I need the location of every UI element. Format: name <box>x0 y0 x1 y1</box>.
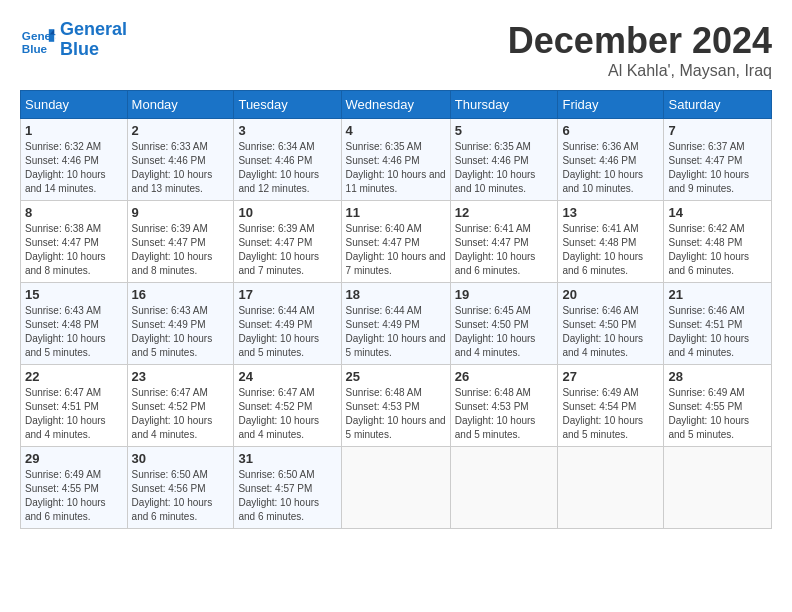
calendar-cell: 22Sunrise: 6:47 AM Sunset: 4:51 PM Dayli… <box>21 365 128 447</box>
calendar-cell: 1Sunrise: 6:32 AM Sunset: 4:46 PM Daylig… <box>21 119 128 201</box>
day-info: Sunrise: 6:42 AM Sunset: 4:48 PM Dayligh… <box>668 222 767 278</box>
calendar-cell <box>341 447 450 529</box>
calendar-cell: 27Sunrise: 6:49 AM Sunset: 4:54 PM Dayli… <box>558 365 664 447</box>
week-row-3: 22Sunrise: 6:47 AM Sunset: 4:51 PM Dayli… <box>21 365 772 447</box>
day-number: 8 <box>25 205 123 220</box>
calendar-cell: 16Sunrise: 6:43 AM Sunset: 4:49 PM Dayli… <box>127 283 234 365</box>
day-header-wednesday: Wednesday <box>341 91 450 119</box>
calendar-cell: 2Sunrise: 6:33 AM Sunset: 4:46 PM Daylig… <box>127 119 234 201</box>
day-info: Sunrise: 6:35 AM Sunset: 4:46 PM Dayligh… <box>455 140 554 196</box>
day-info: Sunrise: 6:47 AM Sunset: 4:52 PM Dayligh… <box>132 386 230 442</box>
day-info: Sunrise: 6:39 AM Sunset: 4:47 PM Dayligh… <box>238 222 336 278</box>
svg-text:Blue: Blue <box>22 41 48 54</box>
calendar-cell: 30Sunrise: 6:50 AM Sunset: 4:56 PM Dayli… <box>127 447 234 529</box>
day-info: Sunrise: 6:48 AM Sunset: 4:53 PM Dayligh… <box>455 386 554 442</box>
calendar-cell: 13Sunrise: 6:41 AM Sunset: 4:48 PM Dayli… <box>558 201 664 283</box>
day-info: Sunrise: 6:48 AM Sunset: 4:53 PM Dayligh… <box>346 386 446 442</box>
day-number: 15 <box>25 287 123 302</box>
day-info: Sunrise: 6:43 AM Sunset: 4:49 PM Dayligh… <box>132 304 230 360</box>
day-number: 12 <box>455 205 554 220</box>
day-info: Sunrise: 6:32 AM Sunset: 4:46 PM Dayligh… <box>25 140 123 196</box>
calendar-cell: 7Sunrise: 6:37 AM Sunset: 4:47 PM Daylig… <box>664 119 772 201</box>
calendar-cell: 28Sunrise: 6:49 AM Sunset: 4:55 PM Dayli… <box>664 365 772 447</box>
calendar-cell: 8Sunrise: 6:38 AM Sunset: 4:47 PM Daylig… <box>21 201 128 283</box>
calendar-cell: 3Sunrise: 6:34 AM Sunset: 4:46 PM Daylig… <box>234 119 341 201</box>
day-header-monday: Monday <box>127 91 234 119</box>
calendar-cell: 20Sunrise: 6:46 AM Sunset: 4:50 PM Dayli… <box>558 283 664 365</box>
calendar-cell <box>450 447 558 529</box>
calendar-cell: 12Sunrise: 6:41 AM Sunset: 4:47 PM Dayli… <box>450 201 558 283</box>
day-info: Sunrise: 6:34 AM Sunset: 4:46 PM Dayligh… <box>238 140 336 196</box>
day-number: 31 <box>238 451 336 466</box>
day-number: 2 <box>132 123 230 138</box>
day-header-friday: Friday <box>558 91 664 119</box>
header-row: SundayMondayTuesdayWednesdayThursdayFrid… <box>21 91 772 119</box>
calendar-cell: 24Sunrise: 6:47 AM Sunset: 4:52 PM Dayli… <box>234 365 341 447</box>
calendar-cell: 14Sunrise: 6:42 AM Sunset: 4:48 PM Dayli… <box>664 201 772 283</box>
month-title: December 2024 <box>508 20 772 62</box>
day-number: 27 <box>562 369 659 384</box>
day-info: Sunrise: 6:47 AM Sunset: 4:52 PM Dayligh… <box>238 386 336 442</box>
day-number: 17 <box>238 287 336 302</box>
day-number: 19 <box>455 287 554 302</box>
day-number: 28 <box>668 369 767 384</box>
day-info: Sunrise: 6:43 AM Sunset: 4:48 PM Dayligh… <box>25 304 123 360</box>
calendar-cell: 26Sunrise: 6:48 AM Sunset: 4:53 PM Dayli… <box>450 365 558 447</box>
calendar-cell: 19Sunrise: 6:45 AM Sunset: 4:50 PM Dayli… <box>450 283 558 365</box>
day-info: Sunrise: 6:46 AM Sunset: 4:51 PM Dayligh… <box>668 304 767 360</box>
day-number: 1 <box>25 123 123 138</box>
day-number: 21 <box>668 287 767 302</box>
day-header-thursday: Thursday <box>450 91 558 119</box>
calendar-cell: 18Sunrise: 6:44 AM Sunset: 4:49 PM Dayli… <box>341 283 450 365</box>
day-info: Sunrise: 6:39 AM Sunset: 4:47 PM Dayligh… <box>132 222 230 278</box>
title-block: December 2024 Al Kahla', Maysan, Iraq <box>508 20 772 80</box>
day-info: Sunrise: 6:35 AM Sunset: 4:46 PM Dayligh… <box>346 140 446 196</box>
day-number: 23 <box>132 369 230 384</box>
day-number: 3 <box>238 123 336 138</box>
week-row-4: 29Sunrise: 6:49 AM Sunset: 4:55 PM Dayli… <box>21 447 772 529</box>
day-number: 24 <box>238 369 336 384</box>
day-number: 30 <box>132 451 230 466</box>
calendar-cell: 5Sunrise: 6:35 AM Sunset: 4:46 PM Daylig… <box>450 119 558 201</box>
day-number: 16 <box>132 287 230 302</box>
calendar-cell: 25Sunrise: 6:48 AM Sunset: 4:53 PM Dayli… <box>341 365 450 447</box>
calendar-cell <box>664 447 772 529</box>
day-number: 11 <box>346 205 446 220</box>
day-number: 26 <box>455 369 554 384</box>
day-number: 5 <box>455 123 554 138</box>
day-info: Sunrise: 6:33 AM Sunset: 4:46 PM Dayligh… <box>132 140 230 196</box>
day-number: 6 <box>562 123 659 138</box>
day-number: 7 <box>668 123 767 138</box>
logo-icon: General Blue <box>20 22 56 58</box>
calendar-cell: 10Sunrise: 6:39 AM Sunset: 4:47 PM Dayli… <box>234 201 341 283</box>
day-info: Sunrise: 6:37 AM Sunset: 4:47 PM Dayligh… <box>668 140 767 196</box>
calendar-cell: 11Sunrise: 6:40 AM Sunset: 4:47 PM Dayli… <box>341 201 450 283</box>
day-info: Sunrise: 6:41 AM Sunset: 4:48 PM Dayligh… <box>562 222 659 278</box>
day-info: Sunrise: 6:50 AM Sunset: 4:56 PM Dayligh… <box>132 468 230 524</box>
calendar-cell: 23Sunrise: 6:47 AM Sunset: 4:52 PM Dayli… <box>127 365 234 447</box>
calendar-cell: 31Sunrise: 6:50 AM Sunset: 4:57 PM Dayli… <box>234 447 341 529</box>
logo-line2: Blue <box>60 40 127 60</box>
calendar-cell: 17Sunrise: 6:44 AM Sunset: 4:49 PM Dayli… <box>234 283 341 365</box>
logo-line1: General <box>60 20 127 40</box>
day-header-tuesday: Tuesday <box>234 91 341 119</box>
day-info: Sunrise: 6:49 AM Sunset: 4:54 PM Dayligh… <box>562 386 659 442</box>
day-info: Sunrise: 6:40 AM Sunset: 4:47 PM Dayligh… <box>346 222 446 278</box>
day-info: Sunrise: 6:44 AM Sunset: 4:49 PM Dayligh… <box>238 304 336 360</box>
day-info: Sunrise: 6:44 AM Sunset: 4:49 PM Dayligh… <box>346 304 446 360</box>
calendar-cell: 21Sunrise: 6:46 AM Sunset: 4:51 PM Dayli… <box>664 283 772 365</box>
day-info: Sunrise: 6:41 AM Sunset: 4:47 PM Dayligh… <box>455 222 554 278</box>
day-number: 10 <box>238 205 336 220</box>
day-info: Sunrise: 6:50 AM Sunset: 4:57 PM Dayligh… <box>238 468 336 524</box>
week-row-2: 15Sunrise: 6:43 AM Sunset: 4:48 PM Dayli… <box>21 283 772 365</box>
calendar-cell: 9Sunrise: 6:39 AM Sunset: 4:47 PM Daylig… <box>127 201 234 283</box>
day-info: Sunrise: 6:45 AM Sunset: 4:50 PM Dayligh… <box>455 304 554 360</box>
day-info: Sunrise: 6:49 AM Sunset: 4:55 PM Dayligh… <box>668 386 767 442</box>
day-info: Sunrise: 6:49 AM Sunset: 4:55 PM Dayligh… <box>25 468 123 524</box>
calendar-cell: 15Sunrise: 6:43 AM Sunset: 4:48 PM Dayli… <box>21 283 128 365</box>
week-row-0: 1Sunrise: 6:32 AM Sunset: 4:46 PM Daylig… <box>21 119 772 201</box>
calendar-cell <box>558 447 664 529</box>
day-info: Sunrise: 6:38 AM Sunset: 4:47 PM Dayligh… <box>25 222 123 278</box>
day-number: 29 <box>25 451 123 466</box>
day-number: 9 <box>132 205 230 220</box>
